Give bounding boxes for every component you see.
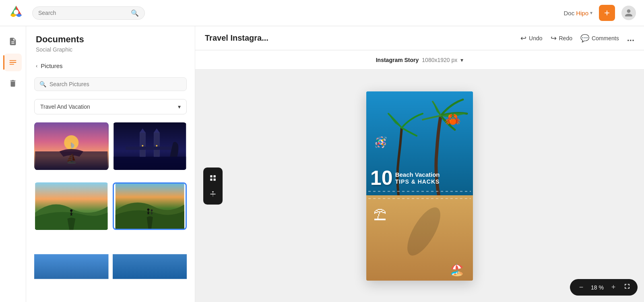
svg-point-18 — [151, 209, 153, 211]
logo[interactable] — [8, 4, 32, 22]
dochipo-menu[interactable]: DocHipo ▾ — [564, 10, 592, 17]
comments-label: Comments — [592, 35, 619, 41]
image-thumb-3[interactable] — [34, 182, 109, 230]
category-label: Travel And Vacation — [40, 103, 90, 110]
format-label: Instagram Story — [376, 57, 419, 63]
search-pictures-input[interactable] — [50, 81, 182, 87]
dimensions-chevron-icon[interactable]: ▾ — [460, 57, 463, 63]
image-grid — [26, 119, 195, 302]
panel-subtitle: Social Graphic — [36, 46, 185, 53]
zoom-level: 18 % — [591, 284, 604, 291]
preview-card[interactable]: www.relaxtravel.com — [366, 91, 473, 281]
svg-text:🪅: 🪅 — [374, 136, 388, 149]
category-chevron-icon: ▾ — [178, 103, 181, 110]
svg-rect-9 — [126, 147, 174, 150]
sidebar-item-documents[interactable] — [4, 33, 22, 50]
svg-point-13 — [156, 145, 157, 147]
svg-text:🦀: 🦀 — [445, 112, 461, 127]
card-title-area: 10 Beach Vacation TIPS & HACKS — [370, 168, 469, 188]
undo-icon: ↩ — [520, 34, 526, 43]
zoom-in-button[interactable]: + — [609, 283, 618, 292]
category-dropdown[interactable]: Travel And Vacation ▾ — [34, 99, 187, 114]
redo-label: Redo — [559, 35, 572, 41]
card-top-section: www.relaxtravel.com — [366, 91, 473, 196]
undo-label: Undo — [529, 35, 542, 41]
sidebar-item-trash[interactable] — [4, 74, 22, 92]
search-input[interactable] — [38, 10, 131, 16]
image-thumb-1[interactable] — [34, 122, 109, 170]
svg-point-15 — [70, 209, 72, 212]
svg-rect-3 — [35, 151, 107, 170]
zoom-bar: − 18 % + — [570, 279, 638, 296]
svg-rect-7 — [140, 132, 145, 157]
svg-rect-6 — [114, 157, 186, 170]
toolbar-actions: ↩ Undo ↪ Redo 💬 Comments ... — [520, 33, 634, 43]
left-tools-panel — [203, 168, 223, 205]
svg-rect-20 — [113, 254, 187, 279]
svg-point-12 — [142, 145, 143, 147]
card-tips-label: TIPS & HACKS — [395, 178, 440, 185]
card-big-number: 10 — [370, 168, 393, 188]
card-beach-title: Beach Vacation — [395, 171, 440, 178]
svg-text:⛱: ⛱ — [374, 208, 386, 222]
undo-button[interactable]: ↩ Undo — [520, 34, 542, 43]
svg-rect-8 — [154, 132, 159, 157]
search-icon: 🔍 — [131, 9, 139, 17]
image-thumb-5[interactable] — [34, 243, 109, 290]
back-navigation[interactable]: ‹ Pictures — [26, 58, 195, 74]
canvas-sub-toolbar: Instagram Story 1080x1920 px ▾ — [195, 50, 644, 70]
main-layout: Documents Social Graphic ‹ Pictures 🔍 Tr… — [0, 26, 644, 302]
icon-sidebar — [0, 26, 26, 302]
document-title: Travel Instagra... — [205, 33, 517, 43]
header-right: DocHipo ▾ + — [564, 5, 636, 21]
svg-text:🏖️: 🏖️ — [450, 263, 464, 277]
search-pictures-bar[interactable]: 🔍 — [34, 77, 187, 91]
dimensions-label: 1080x1920 px — [422, 57, 457, 63]
element-tool-button[interactable] — [206, 187, 220, 201]
chevron-down-icon: ▾ — [590, 10, 592, 16]
svg-rect-19 — [34, 254, 109, 279]
canvas-area: Travel Instagra... ↩ Undo ↪ Redo 💬 Comme… — [195, 26, 644, 302]
left-panel: Documents Social Graphic ‹ Pictures 🔍 Tr… — [26, 26, 195, 302]
user-avatar[interactable] — [621, 6, 636, 20]
panel-header: Documents Social Graphic — [26, 26, 195, 58]
image-thumb-2[interactable] — [113, 122, 187, 170]
sidebar-item-text[interactable] — [4, 54, 22, 71]
redo-button[interactable]: ↪ Redo — [551, 34, 572, 43]
canvas-content: www.relaxtravel.com — [195, 70, 644, 302]
back-label: Pictures — [41, 62, 62, 69]
zoom-out-button[interactable]: − — [576, 283, 586, 292]
redo-icon: ↪ — [551, 34, 557, 43]
image-thumb-6[interactable] — [113, 243, 187, 290]
image-thumb-4[interactable] — [113, 182, 187, 230]
more-options-button[interactable]: ... — [627, 33, 634, 43]
search-bar[interactable]: 🔍 — [32, 6, 145, 20]
back-chevron-icon: ‹ — [36, 63, 37, 69]
header: 🔍 DocHipo ▾ + — [0, 0, 644, 26]
zoom-expand-button[interactable] — [623, 282, 631, 292]
preview-card-inner: www.relaxtravel.com — [366, 91, 473, 281]
comments-button[interactable]: 💬 Comments — [580, 34, 619, 43]
dochipo-doc: Doc — [564, 10, 574, 17]
panel-title: Documents — [36, 34, 185, 45]
search-pictures-icon: 🔍 — [39, 81, 46, 87]
svg-point-17 — [147, 209, 149, 211]
add-button[interactable]: + — [599, 5, 615, 21]
grid-tool-button[interactable] — [206, 171, 220, 185]
comments-icon: 💬 — [580, 34, 589, 43]
card-bottom-section: ⛱ 🏖️ — [366, 195, 473, 281]
canvas-toolbar: Travel Instagra... ↩ Undo ↪ Redo 💬 Comme… — [195, 26, 644, 50]
svg-point-0 — [14, 10, 19, 14]
dochipo-hipo: Hipo — [576, 10, 588, 17]
